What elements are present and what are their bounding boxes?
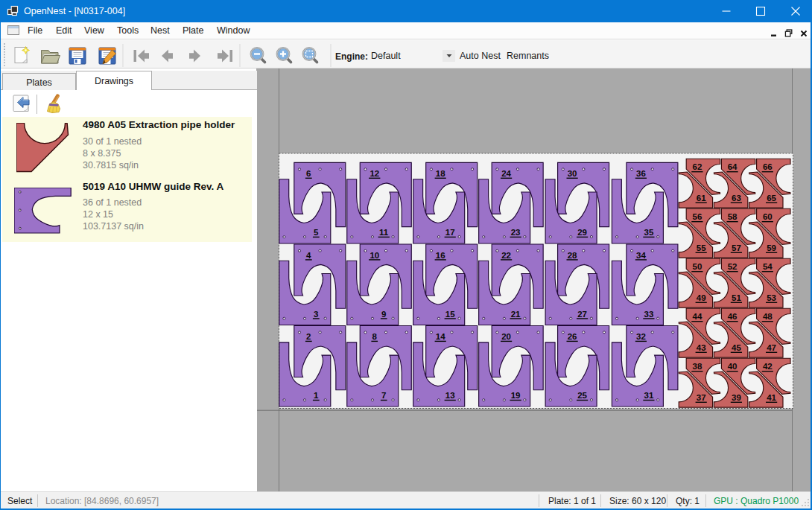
- svg-text:56: 56: [693, 212, 702, 221]
- svg-text:66: 66: [763, 162, 773, 171]
- svg-text:22: 22: [501, 251, 511, 260]
- svg-text:64: 64: [728, 162, 738, 171]
- svg-text:42: 42: [763, 362, 773, 371]
- svg-text:23: 23: [511, 228, 521, 237]
- svg-text:57: 57: [732, 243, 741, 252]
- svg-text:24: 24: [501, 169, 511, 178]
- svg-text:12: 12: [369, 169, 379, 178]
- svg-text:65: 65: [767, 194, 776, 203]
- svg-text:3: 3: [314, 310, 318, 319]
- svg-text:14: 14: [436, 332, 445, 341]
- svg-text:52: 52: [728, 262, 738, 271]
- svg-text:50: 50: [693, 262, 702, 271]
- svg-text:27: 27: [577, 310, 587, 319]
- svg-text:5: 5: [314, 228, 319, 237]
- svg-text:55: 55: [697, 243, 706, 252]
- svg-text:7: 7: [381, 391, 386, 400]
- svg-text:38: 38: [693, 362, 702, 371]
- svg-text:46: 46: [728, 312, 738, 321]
- svg-text:15: 15: [445, 310, 455, 319]
- svg-text:18: 18: [436, 169, 445, 178]
- svg-text:47: 47: [767, 343, 776, 352]
- svg-text:33: 33: [644, 310, 654, 319]
- svg-text:4: 4: [306, 251, 311, 260]
- svg-text:63: 63: [732, 194, 741, 203]
- svg-text:39: 39: [732, 393, 741, 402]
- svg-text:10: 10: [369, 251, 379, 260]
- svg-text:37: 37: [697, 393, 706, 402]
- svg-text:6: 6: [306, 169, 311, 178]
- svg-text:36: 36: [636, 169, 646, 178]
- svg-text:54: 54: [763, 262, 773, 271]
- svg-text:21: 21: [511, 310, 521, 319]
- svg-text:51: 51: [732, 293, 741, 302]
- svg-text:48: 48: [763, 312, 773, 321]
- svg-text:2: 2: [306, 332, 311, 341]
- svg-text:44: 44: [693, 312, 702, 321]
- svg-text:1: 1: [314, 391, 319, 400]
- svg-text:26: 26: [568, 332, 577, 341]
- svg-text:17: 17: [445, 228, 455, 237]
- svg-text:62: 62: [693, 162, 702, 171]
- svg-text:59: 59: [767, 243, 776, 252]
- svg-text:31: 31: [644, 391, 654, 400]
- svg-text:61: 61: [697, 194, 706, 203]
- svg-text:53: 53: [767, 293, 776, 302]
- svg-text:20: 20: [501, 332, 511, 341]
- svg-text:40: 40: [728, 362, 738, 371]
- svg-text:19: 19: [511, 391, 521, 400]
- svg-text:16: 16: [436, 251, 445, 260]
- svg-text:11: 11: [379, 228, 389, 237]
- svg-text:25: 25: [577, 391, 587, 400]
- svg-text:60: 60: [763, 212, 773, 221]
- svg-text:30: 30: [568, 169, 577, 178]
- svg-text:58: 58: [728, 212, 738, 221]
- svg-text:49: 49: [697, 293, 706, 302]
- svg-text:29: 29: [577, 228, 587, 237]
- svg-text:9: 9: [381, 310, 386, 319]
- svg-text:28: 28: [568, 251, 577, 260]
- svg-text:35: 35: [644, 228, 654, 237]
- svg-text:32: 32: [636, 332, 646, 341]
- svg-text:34: 34: [636, 251, 646, 260]
- svg-text:45: 45: [732, 343, 741, 352]
- svg-text:8: 8: [372, 332, 378, 341]
- svg-text:13: 13: [445, 391, 455, 400]
- svg-text:43: 43: [697, 343, 706, 352]
- svg-text:41: 41: [767, 393, 776, 402]
